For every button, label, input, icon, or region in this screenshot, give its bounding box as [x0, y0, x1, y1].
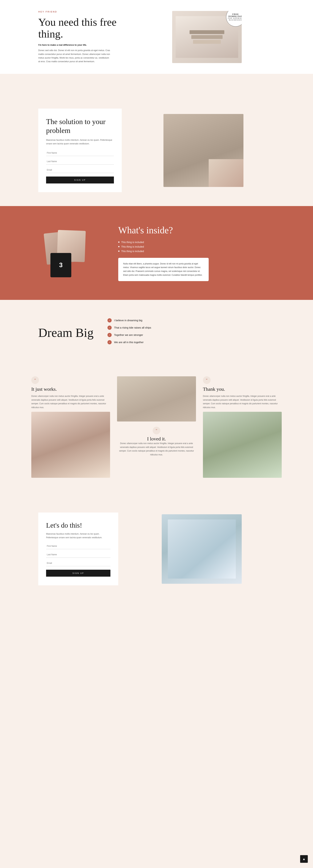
lets-do-image — [162, 514, 242, 584]
bullet-dot-1 — [118, 242, 119, 243]
solution-left: The solution to your problem Maecenas fa… — [38, 108, 122, 192]
whats-inside-right: What's inside? This thing is included Th… — [118, 225, 275, 281]
solution-image-overlay — [209, 159, 244, 187]
dream-item-3: Together we are stronger — [108, 333, 275, 337]
check-icon-2 — [108, 326, 112, 330]
testimonial-image-left — [31, 412, 110, 478]
mockup-card-3: 3 — [51, 253, 71, 277]
testimonial-center: “ I loved it. Donec ullamcorper nulla no… — [117, 376, 196, 458]
testimonial-image-right — [203, 412, 282, 478]
whats-quote-text: Nulla vitae elit libero, a pharetra augu… — [123, 262, 204, 277]
solution-image — [164, 114, 244, 187]
solution-section: The solution to your problem Maecenas fa… — [0, 95, 313, 206]
lets-do-section: Let's do this! Maecenas faucibus mollis … — [0, 499, 313, 599]
lets-first-name-input[interactable] — [46, 543, 110, 549]
lets-do-right — [129, 513, 275, 585]
lets-signup-button[interactable]: SIGN UP — [46, 570, 110, 577]
whats-quote-box: Nulla vitae elit libero, a pharetra augu… — [118, 258, 209, 281]
dream-big-list: I believe in dreaming big That a rising … — [108, 318, 275, 347]
signup-button[interactable]: SIGN UP — [46, 177, 114, 183]
dream-item-label-2: That a rising tide raises all ships — [114, 326, 151, 329]
testimonial-heading-center: I loved it. — [117, 436, 196, 442]
hero-subtitle: I'm here to make a real difference to yo… — [38, 43, 129, 46]
dream-item-4: We are all in this together — [108, 340, 275, 344]
hero-left: HEY FRIEND You need this free thing. I'm… — [38, 10, 129, 63]
dream-item-label-1: I believe in dreaming big — [114, 319, 142, 322]
first-name-input[interactable] — [46, 150, 114, 156]
book-stack — [190, 30, 224, 44]
dream-item-1: I believe in dreaming big — [108, 318, 275, 322]
testimonial-center-card: “ I loved it. Donec ullamcorper nulla no… — [117, 425, 196, 458]
dream-item-2: That a rising tide raises all ships — [108, 326, 275, 330]
quote-mark-center: “ — [153, 427, 160, 434]
dream-big-title: Dream Big — [38, 326, 93, 340]
testimonial-right: “ Thank you. Donec ullamcorper nulla non… — [203, 376, 282, 478]
dream-item-label-3: Together we are stronger — [114, 333, 143, 336]
spacer-1 — [0, 74, 313, 84]
book-2 — [193, 40, 221, 44]
hero-right: FREE DOWNLOAD FOR GROWING BUSINESSES — [139, 10, 275, 63]
hero-title: You need this free thing. — [38, 16, 129, 40]
testimonials-section: “ It just works. Donec ullamcorper nulla… — [0, 366, 313, 492]
hero-section: HEY FRIEND You need this free thing. I'm… — [0, 0, 313, 74]
badge-inner: FREE DOWNLOAD FOR GROWING BUSINESSES — [226, 13, 242, 21]
quote-mark-right: “ — [203, 376, 210, 384]
solution-title: The solution to your problem — [46, 117, 114, 135]
testimonial-heading-left: It just works. — [31, 386, 110, 392]
lets-last-name-input[interactable] — [46, 552, 110, 558]
whats-item-2: This thing is included — [118, 245, 275, 248]
dream-big-section: Dream Big I believe in dreaming big That… — [0, 300, 313, 366]
whats-item-3: This thing is included — [118, 250, 275, 253]
check-icon-1 — [108, 318, 112, 322]
whats-inside-title: What's inside? — [118, 225, 275, 236]
hero-label: HEY FRIEND — [38, 10, 129, 13]
whats-item-label-1: This thing is included — [121, 241, 144, 244]
lets-do-image-inner — [168, 520, 236, 579]
dream-item-label-4: We are all in this together — [114, 341, 144, 344]
lets-do-body: Maecenas faucibus mollis interdum. Aenea… — [46, 532, 110, 539]
testimonial-heading-right: Thank you. — [203, 386, 282, 392]
whats-inside-section: 3 What's inside? This thing is included … — [0, 206, 313, 300]
bullet-dot-2 — [118, 246, 119, 247]
lets-do-title: Let's do this! — [46, 521, 110, 529]
last-name-input[interactable] — [46, 158, 114, 164]
whats-item-label-2: This thing is included — [121, 245, 144, 248]
solution-body: Maecenas faucibus mollis interdum. Aenea… — [46, 138, 114, 146]
testimonial-body-right: Donec ullamcorper nulla non metus auctor… — [203, 394, 282, 409]
testimonial-image-center-top — [117, 376, 196, 422]
book-1 — [191, 35, 223, 39]
whats-inside-left: 3 — [38, 229, 104, 277]
hero-image: FREE DOWNLOAD FOR GROWING BUSINESSES — [172, 11, 242, 63]
lets-do-left: Let's do this! Maecenas faucibus mollis … — [38, 513, 118, 585]
whats-inside-list: This thing is included This thing is inc… — [118, 241, 275, 253]
check-icon-4 — [108, 340, 112, 344]
mockup-stack: 3 — [45, 229, 97, 277]
badge-free-text: FREE DOWNLOAD — [226, 13, 242, 18]
quote-mark-left: “ — [31, 376, 39, 384]
check-icon-3 — [108, 333, 112, 337]
testimonials-grid: “ It just works. Donec ullamcorper nulla… — [31, 376, 282, 478]
bullet-dot-3 — [118, 251, 119, 252]
email-input[interactable] — [46, 167, 114, 173]
hero-body: Donec sed odio dui. Donec id elit non mi… — [38, 49, 111, 63]
badge-sub-text: FOR GROWING BUSINESSES — [228, 18, 242, 21]
testimonial-body-center: Donec ullamcorper nulla non metus auctor… — [117, 442, 196, 457]
book-3 — [190, 30, 224, 34]
whats-item-label-3: This thing is included — [121, 250, 144, 253]
solution-right — [132, 108, 275, 192]
lets-email-input[interactable] — [46, 560, 110, 566]
whats-item-1: This thing is included — [118, 241, 275, 244]
testimonial-body-left: Donec ullamcorper nulla non metus auctor… — [31, 394, 110, 409]
testimonial-left: “ It just works. Donec ullamcorper nulla… — [31, 376, 110, 478]
